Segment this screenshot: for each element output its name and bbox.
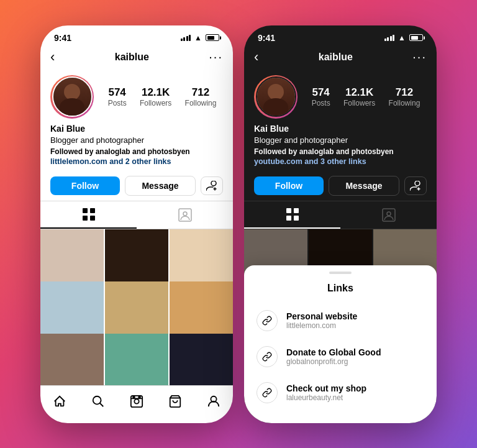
svg-rect-17 <box>286 216 291 221</box>
grid-cell-9[interactable] <box>170 334 233 385</box>
message-button-left[interactable]: Message <box>125 176 196 196</box>
followers-count-left: 12.1K <box>140 86 171 99</box>
profile-header-left: ‹ kaiblue ··· <box>40 45 233 70</box>
user-icon <box>207 395 220 408</box>
svg-rect-1 <box>90 208 95 213</box>
following-stat-right[interactable]: 712 Following <box>389 86 420 107</box>
follow-button-right[interactable]: Follow <box>254 176 324 195</box>
left-phone: 9:41 ▲ ‹ kaiblue ··· <box>40 25 233 423</box>
status-bar-left: 9:41 ▲ <box>40 25 233 45</box>
back-button-left[interactable]: ‹ <box>50 49 55 65</box>
svg-rect-0 <box>83 208 88 213</box>
more-button-right[interactable]: ··· <box>412 50 427 64</box>
nav-profile[interactable] <box>201 392 227 413</box>
link-item-2[interactable]: Check out my shop lalueurbeauty.net <box>244 375 437 411</box>
link-text: littlelemon.com <box>50 157 107 166</box>
followers-stat-right[interactable]: 12.1K Followers <box>343 86 375 107</box>
link-suffix: and 2 other links <box>107 157 171 166</box>
followed-user2-right[interactable]: photosbyen <box>352 147 394 156</box>
nav-home[interactable] <box>47 392 73 413</box>
home-icon <box>53 395 66 408</box>
svg-point-12 <box>139 396 140 398</box>
tab-profile-right[interactable] <box>340 201 437 229</box>
svg-rect-2 <box>83 216 88 221</box>
add-user-icon <box>206 181 217 191</box>
following-stat-left[interactable]: 712 Following <box>185 86 217 107</box>
avatar-face-right <box>257 78 295 116</box>
nav-search[interactable] <box>85 392 111 413</box>
profile-followed-right: Followed by analoglab and photosbyen <box>254 147 427 156</box>
photo-grid-left <box>40 229 233 385</box>
link-texts-2: Check out my shop lalueurbeauty.net <box>286 383 366 402</box>
grid-icon-right <box>286 208 299 221</box>
following-label-left: Following <box>185 99 217 107</box>
profile-bio-right: Blogger and photographer <box>254 135 427 146</box>
avatar-wrap-right <box>254 75 298 119</box>
svg-rect-3 <box>90 216 95 221</box>
nav-reels[interactable] <box>124 392 150 413</box>
status-bar-right: 9:41 ▲ <box>244 25 437 45</box>
status-icons-left: ▲ <box>181 34 219 42</box>
svg-point-9 <box>134 399 139 403</box>
chain-icon-0 <box>262 316 272 326</box>
followers-label-right: Followers <box>343 99 375 107</box>
signal-icon <box>181 35 191 41</box>
following-count-left: 712 <box>185 86 217 99</box>
followed-and-right: and <box>334 147 352 156</box>
message-button-right[interactable]: Message <box>329 176 399 196</box>
followers-stat-left[interactable]: 12.1K Followers <box>140 86 171 107</box>
more-button-left[interactable]: ··· <box>209 50 223 64</box>
stats-container-right: 574 Posts 12.1K Followers 712 Following <box>305 86 427 107</box>
username-left: kaiblue <box>115 52 149 63</box>
link-item-1[interactable]: Donate to Global Good globalnonprofit.or… <box>244 339 437 375</box>
stats-row-left: 574 Posts 12.1K Followers 712 Following <box>50 75 223 119</box>
back-button-right[interactable]: ‹ <box>254 49 258 65</box>
nav-shop[interactable] <box>162 392 188 413</box>
followed-user2[interactable]: photosbyen <box>148 147 190 156</box>
link-url-0: littlelemon.com <box>286 321 357 330</box>
avatar-wrap-left <box>50 75 94 119</box>
tab-grid-left[interactable] <box>40 201 137 229</box>
add-user-button-right[interactable] <box>404 176 427 195</box>
grid-icon <box>82 208 96 221</box>
battery-icon <box>206 34 219 41</box>
profile-tab-icon-right <box>382 208 396 222</box>
followed-prefix-right: Followed by <box>254 147 299 156</box>
followers-count-right: 12.1K <box>343 86 375 99</box>
link-title-1: Donate to Global Good <box>286 347 381 357</box>
tab-grid-right[interactable] <box>244 201 340 229</box>
link-item-0[interactable]: Personal website littlelemon.com <box>244 303 437 339</box>
links-bottom-sheet[interactable]: Links Personal website littlelemon.com <box>244 265 437 423</box>
profile-link-left[interactable]: littlelemon.com and 2 other links <box>50 157 223 166</box>
profile-link-right[interactable]: youtube.com and 3 other links <box>254 157 427 166</box>
posts-stat-left[interactable]: 574 Posts <box>108 86 127 107</box>
add-user-button-left[interactable] <box>201 176 223 195</box>
followed-user1[interactable]: analoglab <box>96 147 130 156</box>
action-buttons-left: Follow Message <box>40 172 233 201</box>
grid-cell-7[interactable] <box>40 334 104 385</box>
profile-name-left: Kai Blue <box>50 124 223 134</box>
svg-point-11 <box>133 396 135 398</box>
link-icon-2 <box>257 382 278 403</box>
followers-label-left: Followers <box>140 99 171 107</box>
link-texts-0: Personal website littlelemon.com <box>286 311 357 330</box>
action-buttons-right: Follow Message <box>244 172 437 201</box>
profile-bio-left: Blogger and photographer <box>50 135 223 146</box>
follow-button-left[interactable]: Follow <box>50 176 120 195</box>
link-texts-1: Donate to Global Good globalnonprofit.or… <box>286 347 381 366</box>
avatar-right <box>256 76 296 117</box>
search-icon <box>91 395 105 408</box>
status-icons-right: ▲ <box>384 34 423 42</box>
link-suffix-right: and 3 other links <box>302 157 366 166</box>
sheet-title: Links <box>244 283 437 294</box>
profile-followed-left: Followed by analoglab and photosbyen <box>50 147 223 156</box>
posts-count-right: 574 <box>312 86 330 99</box>
tab-profile-left[interactable] <box>137 201 233 229</box>
grid-cell-8[interactable] <box>105 334 168 385</box>
followed-user1-right[interactable]: analoglab <box>299 147 334 156</box>
link-title-0: Personal website <box>286 311 357 321</box>
link-url-1: globalnonprofit.org <box>286 357 381 366</box>
signal-icon-right <box>384 35 395 41</box>
status-time-left: 9:41 <box>54 33 71 43</box>
posts-stat-right[interactable]: 574 Posts <box>312 86 330 107</box>
